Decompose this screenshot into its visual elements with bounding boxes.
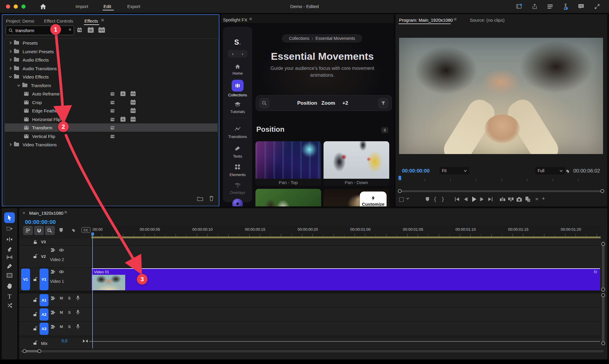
chevron-right-icon[interactable] bbox=[7, 67, 14, 70]
comments-icon[interactable] bbox=[577, 4, 585, 10]
tab-effects[interactable]: Effects bbox=[84, 18, 98, 23]
rectangle-tool[interactable] bbox=[2, 273, 17, 278]
solo-button[interactable]: S bbox=[68, 296, 71, 300]
quality-dropdown[interactable]: Full bbox=[535, 167, 565, 175]
unlock-icon[interactable] bbox=[33, 254, 37, 259]
linked-selection-button[interactable] bbox=[45, 226, 55, 235]
chevron-down-icon[interactable] bbox=[7, 76, 14, 78]
track-row-mix[interactable] bbox=[19, 337, 601, 349]
mix-gain-value[interactable]: 0,0 bbox=[62, 338, 67, 343]
chevron-right-icon[interactable] bbox=[7, 143, 14, 146]
slip-tool[interactable] bbox=[2, 255, 17, 259]
keyframe-toggle-icon[interactable] bbox=[82, 339, 88, 343]
sidebar-item-home[interactable]: Home bbox=[223, 71, 252, 76]
pen-tool[interactable] bbox=[2, 263, 17, 269]
effects-search-box[interactable]: × bbox=[6, 26, 74, 35]
work-area-bar[interactable] bbox=[91, 237, 601, 238]
timeline-settings-wrench-icon[interactable] bbox=[70, 227, 76, 233]
workspace-icon[interactable] bbox=[516, 4, 523, 10]
nav-forward-button[interactable]: › bbox=[238, 50, 247, 58]
mic-icon[interactable] bbox=[76, 295, 80, 301]
mute-button[interactable]: M bbox=[60, 310, 63, 315]
export-frame-icon[interactable] bbox=[516, 196, 523, 202]
panel-menu-icon[interactable]: ≡ bbox=[249, 16, 252, 22]
transitions-icon[interactable] bbox=[223, 127, 252, 131]
track-select-forward-tool[interactable] bbox=[2, 226, 17, 231]
track-target-a2[interactable]: A2 bbox=[40, 308, 48, 321]
eye-icon[interactable] bbox=[58, 248, 64, 252]
track-row-a1[interactable] bbox=[19, 293, 601, 307]
selection-tool[interactable] bbox=[2, 215, 17, 221]
overlays-icon[interactable] bbox=[223, 183, 252, 188]
share-icon[interactable] bbox=[531, 3, 538, 10]
chevron-down-icon[interactable] bbox=[406, 197, 409, 200]
more-tools-icon[interactable]: » bbox=[535, 196, 538, 202]
settings-wrench-icon[interactable] bbox=[564, 167, 570, 174]
tree-item-video-transitions[interactable]: Video Transitions bbox=[7, 140, 216, 149]
chip-zoom[interactable]: Zoom bbox=[321, 100, 335, 106]
sidebar-item-transitions[interactable]: Transitions bbox=[223, 134, 252, 139]
ripple-edit-tool[interactable] bbox=[2, 237, 17, 242]
track-name-video2[interactable]: Video 2 bbox=[50, 257, 64, 262]
track-target-v1[interactable]: V1 bbox=[40, 269, 48, 290]
panel-menu-icon[interactable]: ≡ bbox=[101, 18, 104, 23]
panel-menu-icon[interactable]: ≡ bbox=[64, 210, 67, 215]
accelerated-effects-filter-icon[interactable] bbox=[77, 27, 83, 33]
add-button-icon[interactable]: + bbox=[542, 195, 545, 202]
eye-icon[interactable] bbox=[58, 269, 64, 274]
nav-back-button[interactable]: ‹ bbox=[228, 50, 238, 58]
track-name-video1[interactable]: Video 1 bbox=[50, 279, 64, 284]
captions-icon[interactable]: CC bbox=[81, 227, 90, 233]
sidebar-item-tutorials[interactable]: Tutorials bbox=[223, 109, 252, 114]
scrollbar-knob[interactable] bbox=[600, 189, 604, 193]
sync-lock-icon[interactable] bbox=[50, 296, 56, 300]
tutorials-icon[interactable] bbox=[223, 102, 252, 107]
delete-icon[interactable] bbox=[209, 196, 214, 201]
play-icon[interactable] bbox=[470, 196, 478, 203]
close-sequence-icon[interactable]: × bbox=[23, 210, 25, 215]
user-avatar[interactable] bbox=[232, 199, 243, 206]
sidebar-item-texts[interactable]: Texts bbox=[223, 154, 252, 159]
track-row-a2[interactable] bbox=[19, 307, 601, 322]
add-marker-icon[interactable] bbox=[424, 196, 430, 202]
track-target-a1[interactable]: A1 bbox=[40, 294, 48, 306]
tab-source[interactable]: Source: (no clips) bbox=[470, 18, 505, 23]
new-bin-icon[interactable] bbox=[197, 196, 203, 201]
scrollbar-knob[interactable] bbox=[37, 349, 41, 353]
mark-in-icon[interactable]: { bbox=[434, 196, 436, 202]
timeline-h-scrollbar[interactable] bbox=[21, 350, 604, 352]
fit-dropdown[interactable]: Fit bbox=[440, 167, 469, 175]
track-label-v3[interactable]: V3 bbox=[41, 240, 46, 244]
timeline-timecode[interactable]: 00:00:00:00 bbox=[25, 219, 56, 225]
chip-more[interactable]: +2 bbox=[342, 100, 348, 106]
solo-button[interactable]: S bbox=[68, 324, 71, 329]
beta-flask-icon[interactable] bbox=[562, 3, 569, 10]
tab-effect-controls[interactable]: Effect Controls bbox=[44, 18, 73, 23]
panel-menu-icon[interactable]: ≡ bbox=[454, 17, 456, 22]
step-back-icon[interactable] bbox=[462, 196, 469, 202]
home-icon[interactable] bbox=[223, 64, 252, 69]
unlock-icon[interactable] bbox=[33, 277, 37, 282]
program-timecode-current[interactable]: 00:00:00:00 bbox=[402, 168, 430, 174]
timeline-clip-video01[interactable]: Video 01 fx bbox=[92, 268, 600, 291]
unlock-icon[interactable] bbox=[33, 297, 37, 302]
tab-spotlight-fx[interactable]: Spotlight FX bbox=[223, 17, 247, 22]
type-tool[interactable]: T bbox=[2, 293, 17, 300]
go-to-in-icon[interactable] bbox=[454, 196, 460, 202]
mute-button[interactable]: M bbox=[60, 324, 63, 329]
unlock-icon[interactable] bbox=[33, 312, 37, 317]
tab-program[interactable]: Program: Main_1920x1080 bbox=[399, 18, 453, 23]
breadcrumb[interactable]: Collections › Essential Movements bbox=[282, 34, 362, 43]
sequence-tab[interactable]: Main_1920x1080 bbox=[29, 211, 63, 216]
tree-item-video-effects[interactable]: Video Effects bbox=[7, 73, 216, 81]
sidebar-item-overlays[interactable]: Overlays bbox=[223, 190, 252, 195]
scrollbar-knob[interactable] bbox=[601, 288, 605, 291]
safe-margins-icon[interactable] bbox=[398, 196, 405, 203]
preset-card-bottom-left[interactable] bbox=[255, 189, 321, 206]
unlock-icon[interactable] bbox=[33, 326, 37, 331]
program-mini-ruler[interactable] bbox=[399, 178, 603, 181]
clear-search-icon[interactable]: × bbox=[69, 27, 71, 32]
chevron-right-icon[interactable] bbox=[7, 41, 14, 44]
sync-lock-icon[interactable] bbox=[50, 248, 56, 252]
program-zoom-scrollbar[interactable] bbox=[400, 190, 602, 192]
